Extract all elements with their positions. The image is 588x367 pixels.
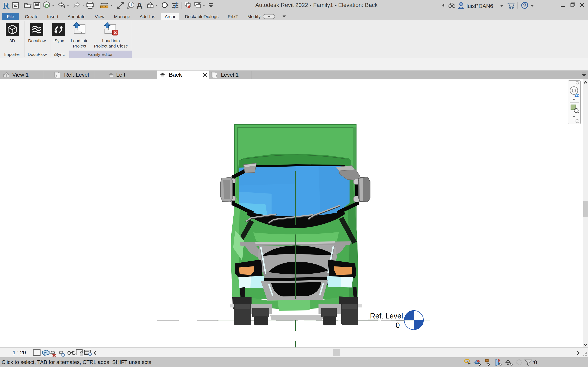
- svg-text:A: A: [136, 1, 143, 10]
- svg-text:?: ?: [523, 2, 527, 8]
- svg-text:Level 1: Level 1: [221, 72, 239, 78]
- svg-text:0: 0: [396, 321, 400, 329]
- svg-text:1: 1: [130, 3, 132, 7]
- svg-text:luisPDAN6: luisPDAN6: [467, 3, 493, 9]
- svg-text:2D: 2D: [575, 93, 579, 98]
- svg-text:Ref. Level: Ref. Level: [64, 72, 89, 78]
- svg-text:Autodesk Revit 2022 - Family1: Autodesk Revit 2022 - Family1 - Elevatio…: [255, 2, 378, 8]
- svg-text:Ref. Level: Ref. Level: [370, 312, 403, 320]
- svg-text:R: R: [3, 1, 9, 11]
- svg-text:View 1: View 1: [12, 72, 29, 78]
- svg-text:1 : 20: 1 : 20: [13, 350, 26, 356]
- svg-text:Left: Left: [116, 72, 126, 78]
- svg-text:Back: Back: [169, 72, 182, 78]
- svg-text::0: :0: [532, 359, 537, 366]
